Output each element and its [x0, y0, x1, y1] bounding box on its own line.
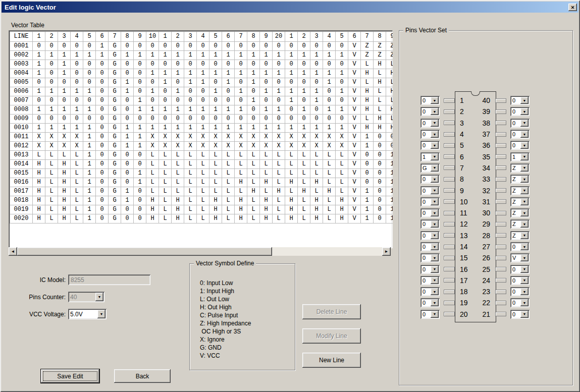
close-button[interactable]: ✕: [568, 4, 577, 11]
dropdown-arrow-icon[interactable]: ▼: [520, 164, 529, 172]
vector-table-row[interactable]: 0011XXXX10G11XXXXXXXXXXXXXXXXV100: [10, 133, 393, 142]
dropdown-arrow-icon[interactable]: ▼: [520, 220, 529, 228]
dropdown-arrow-icon[interactable]: ▼: [97, 310, 106, 318]
pin-25-select[interactable]: 0▼: [510, 265, 530, 274]
dropdown-arrow-icon[interactable]: ▼: [520, 288, 529, 295]
new-line-button[interactable]: New Line: [302, 353, 361, 368]
dropdown-arrow-icon[interactable]: ▼: [431, 277, 439, 284]
pin-2-select[interactable]: 0▼: [420, 107, 440, 116]
pin-28-select[interactable]: Z▼: [510, 231, 530, 240]
pin-21-select[interactable]: 0▼: [510, 310, 530, 319]
pin-36-select[interactable]: 0▼: [510, 141, 530, 150]
dropdown-arrow-icon[interactable]: ▼: [431, 108, 439, 115]
dropdown-arrow-icon[interactable]: ▼: [431, 176, 439, 183]
pin-13-select[interactable]: 0▼: [420, 231, 440, 240]
dropdown-arrow-icon[interactable]: ▼: [431, 288, 439, 295]
vector-table-row[interactable]: 0016HLHL10G01LLLLLLLHLHLHLHLLV001: [10, 178, 393, 187]
pin-29-select[interactable]: Z▼: [510, 219, 530, 229]
vector-table-row[interactable]: 0013LLLL10G00LLLLLLLLLLLLLLLLV001: [10, 151, 393, 160]
pin-10-select[interactable]: 0▼: [420, 197, 440, 206]
dropdown-arrow-icon[interactable]: ▼: [520, 108, 529, 115]
pin-3-select[interactable]: 0▼: [420, 119, 440, 128]
pin-37-select[interactable]: 0▼: [510, 130, 530, 139]
scrollbar-track[interactable]: [17, 247, 382, 256]
pin-33-select[interactable]: Z▼: [510, 175, 530, 184]
pin-19-select[interactable]: 0▼: [420, 298, 440, 307]
back-button[interactable]: Back: [114, 369, 171, 383]
pin-16-select[interactable]: 0▼: [420, 265, 440, 274]
pin-5-select[interactable]: 0▼: [420, 141, 440, 150]
dropdown-arrow-icon[interactable]: ▼: [431, 198, 439, 205]
pin-32-select[interactable]: Z▼: [510, 186, 530, 195]
dropdown-arrow-icon[interactable]: ▼: [520, 176, 529, 183]
pin-34-select[interactable]: Z▼: [510, 163, 530, 173]
dropdown-arrow-icon[interactable]: ▼: [520, 97, 529, 104]
dropdown-arrow-icon[interactable]: ▼: [431, 209, 439, 216]
pin-15-select[interactable]: 0▼: [420, 253, 440, 262]
dropdown-arrow-icon[interactable]: ▼: [431, 220, 439, 228]
pin-24-select[interactable]: 0▼: [510, 276, 530, 285]
dropdown-arrow-icon[interactable]: ▼: [520, 266, 529, 273]
pin-22-select[interactable]: 0▼: [510, 298, 530, 307]
dropdown-arrow-icon[interactable]: ▼: [520, 277, 529, 284]
dropdown-arrow-icon[interactable]: ▼: [520, 254, 529, 261]
dropdown-arrow-icon[interactable]: ▼: [520, 311, 529, 318]
vector-table-row[interactable]: 0012XXXX10G11XXXXXXXXXXXXXXXXV100: [10, 142, 393, 151]
vector-table-row[interactable]: 0015HLHL10G01LLLLLLLLLLLLLLLLV001: [10, 169, 393, 178]
dropdown-arrow-icon[interactable]: ▼: [431, 266, 439, 273]
vector-table-row[interactable]: 0009000000G000000000000000000VLHL: [10, 115, 393, 124]
pin-12-select[interactable]: 0▼: [420, 219, 440, 229]
pin-39-select[interactable]: 0▼: [510, 107, 530, 116]
dropdown-arrow-icon[interactable]: ▼: [520, 299, 529, 306]
vector-table-row[interactable]: 0006111110G101010010101111101VHLH: [10, 87, 393, 96]
pin-4-select[interactable]: 0▼: [420, 130, 440, 139]
vector-table-row[interactable]: 0008111110G011111111101101011VHLH: [10, 105, 393, 115]
dropdown-arrow-icon[interactable]: ▼: [431, 97, 439, 104]
scrollbar-thumb[interactable]: [17, 247, 272, 256]
dropdown-arrow-icon[interactable]: ▼: [431, 164, 439, 172]
dropdown-arrow-icon[interactable]: ▼: [520, 142, 529, 149]
vector-table-row[interactable]: 0017HLHL10G10LLLLLLLLHLHLHLHLV101: [10, 187, 393, 196]
dropdown-arrow-icon[interactable]: ▼: [431, 243, 439, 250]
dropdown-arrow-icon[interactable]: ▼: [520, 243, 529, 250]
pin-1-select[interactable]: 0▼: [420, 96, 440, 105]
dropdown-arrow-icon[interactable]: ▼: [431, 187, 439, 194]
pin-27-select[interactable]: 0▼: [510, 242, 530, 251]
vcc-voltage-select[interactable]: 5.0V ▼: [68, 309, 107, 319]
pin-18-select[interactable]: 0▼: [420, 287, 440, 296]
pin-11-select[interactable]: 0▼: [420, 208, 440, 217]
dropdown-arrow-icon[interactable]: ▼: [520, 131, 529, 138]
vector-table-row[interactable]: 0020HLHL10G00HLHLLHLHLHLHLHLHV101: [10, 214, 393, 223]
pin-23-select[interactable]: 0▼: [510, 287, 530, 296]
vector-table-row[interactable]: 0010111110G111111111111111111VHHH: [10, 124, 393, 133]
pin-26-select[interactable]: V▼: [510, 253, 530, 262]
vector-table-row[interactable]: 0002111111G111111111111111111VZZZ: [10, 51, 393, 60]
vector-table-row[interactable]: 0014HLHL10G00LLLLLLLLLLLLLLLLV001: [10, 160, 393, 169]
pin-8-select[interactable]: 0▼: [420, 175, 440, 184]
dropdown-arrow-icon[interactable]: ▼: [520, 209, 529, 216]
pin-35-select[interactable]: 1▼: [510, 152, 530, 161]
dropdown-arrow-icon[interactable]: ▼: [520, 232, 529, 239]
vector-table-row[interactable]: 0019HLHL10G00HLHLLHLHLHLHLHLHV101: [10, 205, 393, 214]
vector-table-row[interactable]: 0018HLHL10G10HLHLLHLHLHLHLHLHV101: [10, 196, 393, 205]
dropdown-arrow-icon[interactable]: ▼: [431, 153, 439, 160]
dropdown-arrow-icon[interactable]: ▼: [431, 131, 439, 138]
vector-table-row[interactable]: 0004101000G001111111111111111VHLH: [10, 69, 393, 78]
dropdown-arrow-icon[interactable]: ▼: [520, 153, 529, 160]
dropdown-arrow-icon[interactable]: ▼: [431, 311, 439, 318]
dropdown-arrow-icon[interactable]: ▼: [431, 232, 439, 239]
dropdown-arrow-icon[interactable]: ▼: [520, 198, 529, 205]
pin-17-select[interactable]: 0▼: [420, 276, 440, 285]
pin-6-select[interactable]: 1▼: [420, 152, 440, 161]
dropdown-arrow-icon[interactable]: ▼: [431, 142, 439, 149]
vector-table-row[interactable]: 0005000000G100101101010000010VLHL: [10, 78, 393, 87]
pin-38-select[interactable]: 0▼: [510, 119, 530, 128]
scroll-left-button[interactable]: ◄: [9, 247, 17, 256]
pin-40-select[interactable]: 0▼: [510, 96, 530, 105]
pin-30-select[interactable]: Z▼: [510, 208, 530, 217]
pin-14-select[interactable]: 0▼: [420, 242, 440, 251]
vector-table-row[interactable]: 0003101000G000000000000000000VLHL: [10, 60, 393, 69]
dropdown-arrow-icon[interactable]: ▼: [431, 120, 439, 127]
title-bar[interactable]: Edit logic Vector ✕: [2, 2, 578, 13]
dropdown-arrow-icon[interactable]: ▼: [520, 187, 529, 194]
